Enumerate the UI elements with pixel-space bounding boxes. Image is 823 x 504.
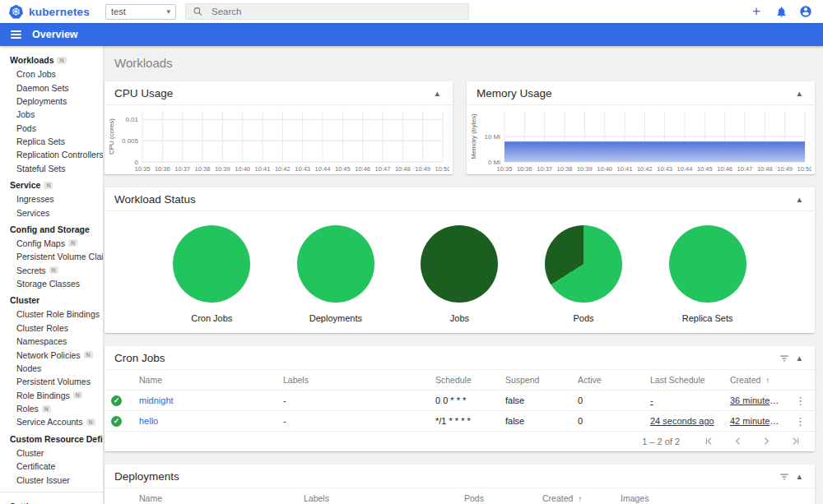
- sidebar-item-storage-classes[interactable]: Storage Classes: [0, 277, 103, 290]
- sidebar-item-daemon-sets[interactable]: Daemon Sets: [0, 81, 103, 94]
- sort-ascending-icon: ↑: [765, 376, 770, 385]
- brand-name: kubernetes: [29, 6, 90, 18]
- workload-pie-pods: Pods: [545, 225, 622, 323]
- column-header[interactable]: Suspend: [499, 370, 571, 391]
- sidebar-item-certificate[interactable]: Certificate: [0, 460, 103, 473]
- page-toolbar: Overview: [0, 23, 823, 46]
- sidebar-divider: [0, 492, 103, 492]
- workload-status-pies: Cron JobsDeploymentsJobsPodsReplica Sets: [105, 211, 815, 333]
- sidebar-item-cron-jobs[interactable]: Cron Jobs: [0, 67, 103, 81]
- collapse-card-button[interactable]: ▴: [431, 88, 443, 99]
- sidebar-item-config-maps[interactable]: Config MapsN: [0, 237, 103, 250]
- resource-link[interactable]: hello: [139, 416, 158, 426]
- search-bar[interactable]: [185, 3, 469, 20]
- sidebar-item-label: Role Bindings: [16, 391, 70, 400]
- collapse-card-button[interactable]: ▴: [793, 353, 805, 363]
- workload-pie-cron-jobs: Cron Jobs: [173, 225, 250, 323]
- sidebar-item-nodes[interactable]: Nodes: [0, 362, 103, 375]
- column-header[interactable]: Name: [133, 488, 297, 504]
- svg-text:10:40: 10:40: [235, 165, 250, 173]
- sidebar-item-persistent-volume-claims[interactable]: Persistent Volume ClaimsN: [0, 250, 103, 263]
- first-page-button[interactable]: [698, 435, 720, 447]
- sidebar-item-cluster[interactable]: Cluster: [0, 446, 103, 460]
- svg-text:10:39: 10:39: [215, 165, 230, 173]
- sidebar-group-label: Custom Resource Definitions: [10, 434, 103, 444]
- sidebar-item-label: Namespaces: [16, 336, 67, 346]
- sidebar-item-jobs[interactable]: Jobs: [0, 108, 103, 121]
- column-header-sorted[interactable]: Created↑: [723, 370, 787, 391]
- collapse-card-button[interactable]: ▴: [793, 471, 805, 482]
- sidebar-item-label: Nodes: [16, 363, 41, 373]
- sidebar-group-service[interactable]: ServiceN: [0, 178, 103, 192]
- workload-status-card: Workload Status ▴ Cron JobsDeploymentsJo…: [105, 187, 815, 333]
- sidebar-item-services[interactable]: Services: [0, 206, 103, 219]
- sidebar-item-replica-sets[interactable]: Replica Sets: [0, 135, 103, 148]
- notifications-button[interactable]: [774, 4, 788, 19]
- sidebar-item-settings[interactable]: Settings: [0, 497, 103, 504]
- sidebar-item-roles[interactable]: RolesN: [0, 402, 103, 415]
- column-header[interactable]: Labels: [277, 370, 429, 391]
- toolbar-title: Overview: [32, 29, 78, 40]
- deployments-card: Deployments ▴: [105, 465, 815, 504]
- sidebar-item-ingresses[interactable]: Ingresses: [0, 192, 103, 206]
- brand-home-link[interactable]: kubernetes: [0, 4, 105, 20]
- row-menu-button[interactable]: ⋮: [793, 415, 807, 428]
- sidebar-item-persistent-volumes[interactable]: Persistent Volumes: [0, 375, 103, 388]
- cpu-usage-plot: 10:3510:3610:3710:3810:3910:4010:4110:42…: [105, 106, 449, 173]
- column-header-sorted[interactable]: Created↑: [536, 488, 614, 504]
- sidebar-group-config-and-storage[interactable]: Config and Storage: [0, 222, 103, 237]
- sidebar-item-role-bindings[interactable]: Role BindingsN: [0, 389, 103, 402]
- column-header[interactable]: Active: [571, 370, 644, 391]
- menu-icon[interactable]: [11, 30, 21, 39]
- row-menu-button[interactable]: ⋮: [793, 395, 807, 407]
- labels-cell: -: [277, 411, 429, 432]
- chevron-right-icon: [760, 435, 773, 447]
- new-badge: N: [73, 391, 82, 399]
- sidebar-item-label: Persistent Volume Claims: [16, 252, 103, 261]
- last-page-icon: [789, 435, 802, 447]
- sidebar-item-service-accounts[interactable]: Service AccountsN: [0, 415, 103, 428]
- table-row[interactable]: ✓ midnight - 0 0 * * * false 0 - 36 minu…: [105, 391, 815, 411]
- sidebar-item-stateful-sets[interactable]: Stateful Sets: [0, 162, 103, 175]
- sidebar-group-workloads[interactable]: WorkloadsN: [0, 53, 103, 67]
- sidebar-item-cluster-issuer[interactable]: Cluster Issuer: [0, 473, 103, 486]
- sidebar-group-cluster[interactable]: Cluster: [0, 293, 103, 307]
- column-header[interactable]: Pods: [458, 488, 536, 504]
- sidebar-item-label: Cluster Roles: [16, 323, 68, 333]
- filter-button[interactable]: [775, 353, 793, 364]
- sidebar-item-cluster-role-bindings[interactable]: Cluster Role Bindings: [0, 307, 103, 321]
- sidebar-item-pods[interactable]: Pods: [0, 122, 103, 135]
- column-header[interactable]: Schedule: [429, 370, 499, 391]
- suspend-cell: false: [499, 411, 571, 432]
- sidebar-item-secrets[interactable]: SecretsN: [0, 264, 103, 277]
- search-input[interactable]: [212, 7, 462, 16]
- collapse-card-button[interactable]: ▴: [793, 194, 805, 205]
- collapse-card-button[interactable]: ▴: [793, 88, 805, 99]
- previous-page-button[interactable]: [727, 435, 749, 447]
- sidebar-item-replication-controllers[interactable]: Replication Controllers: [0, 148, 103, 161]
- status-ok-icon: ✓: [111, 395, 122, 406]
- sidebar-group-custom-resource-definitions[interactable]: Custom Resource Definitions: [0, 432, 103, 446]
- create-button[interactable]: +: [749, 4, 764, 19]
- last-page-button[interactable]: [784, 435, 807, 447]
- created-cell: 36 minutes ago: [730, 395, 787, 405]
- last-schedule-cell: -: [650, 395, 653, 405]
- account-button[interactable]: [798, 4, 813, 19]
- column-header[interactable]: Last Schedule: [644, 370, 723, 391]
- svg-text:10:49: 10:49: [415, 165, 430, 173]
- namespace-select[interactable]: test ▾: [105, 4, 176, 20]
- column-header[interactable]: Images: [614, 488, 787, 504]
- sidebar-item-network-policies[interactable]: Network PoliciesN: [0, 348, 103, 361]
- column-header[interactable]: Name: [133, 370, 277, 391]
- table-row[interactable]: ✓ hello - */1 * * * * false 0 24 seconds…: [105, 411, 815, 432]
- sidebar-item-cluster-roles[interactable]: Cluster Roles: [0, 321, 103, 335]
- filter-button[interactable]: [775, 471, 793, 483]
- sidebar-item-namespaces[interactable]: Namespaces: [0, 335, 103, 348]
- sidebar-item-deployments[interactable]: Deployments: [0, 95, 103, 108]
- kubernetes-dashboard: kubernetes test ▾ +: [0, 0, 823, 504]
- resource-link[interactable]: midnight: [139, 395, 174, 405]
- next-page-button[interactable]: [756, 435, 778, 447]
- column-header[interactable]: Labels: [297, 488, 458, 504]
- sidebar: WorkloadsNCron JobsDaemon SetsDeployment…: [0, 46, 103, 504]
- sidebar-item-label: Ingresses: [16, 194, 54, 204]
